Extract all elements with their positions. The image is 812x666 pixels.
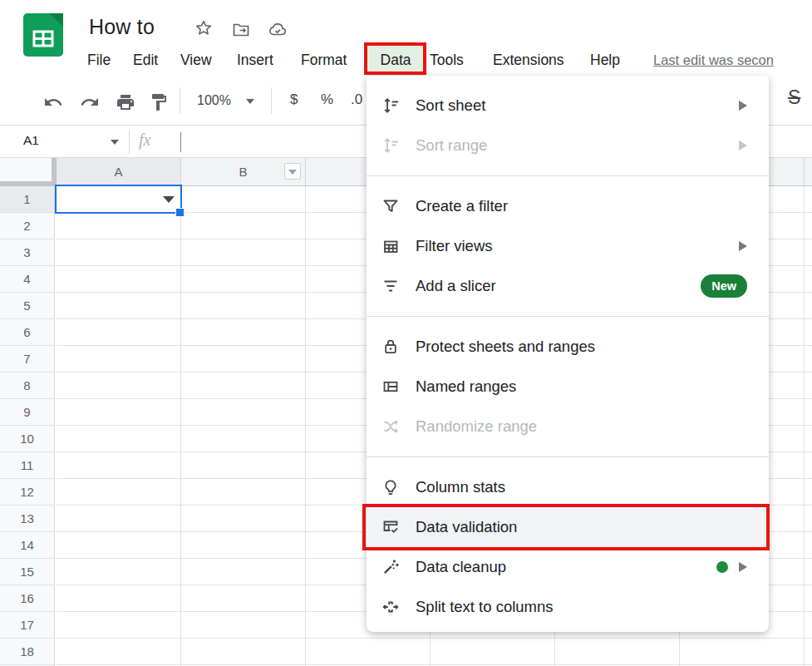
menu-item-label: Named ranges (416, 377, 516, 396)
row-header-5[interactable]: 5 (0, 293, 54, 319)
print-icon[interactable] (116, 92, 135, 112)
row-header-1[interactable]: 1 (0, 186, 54, 213)
menu-item-label: Split text to columns (416, 598, 554, 616)
toolbar-divider (180, 87, 180, 114)
format-currency-button[interactable]: $ (290, 91, 298, 108)
menu-item-add-a-slicer[interactable]: Add a slicerNew (367, 266, 769, 306)
menu-item-column-stats[interactable]: Column stats (367, 467, 769, 507)
document-title[interactable]: How to (89, 15, 155, 39)
menu-item-data-validation[interactable]: Data validation (367, 507, 769, 547)
menu-item-named-ranges[interactable]: Named ranges (367, 367, 769, 407)
name-box-caret-icon[interactable] (111, 140, 119, 145)
decrease-decimal-button[interactable]: .0 (351, 91, 362, 108)
row-header-16[interactable]: 16 (0, 585, 54, 612)
sort-icon (381, 96, 401, 116)
paint-format-icon[interactable] (149, 92, 169, 112)
menubar-item-format[interactable]: Format (301, 44, 347, 76)
menubar-item-view[interactable]: View (180, 44, 212, 76)
menu-item-label: Create a filter (416, 197, 508, 215)
fill-handle[interactable] (175, 208, 185, 217)
menu-item-label: Sort sheet (416, 96, 485, 115)
menubar-item-insert[interactable]: Insert (237, 44, 273, 76)
split-columns-icon (381, 597, 401, 617)
row-header-4[interactable]: 4 (0, 266, 54, 293)
menubar-item-help[interactable]: Help (590, 44, 620, 76)
menu-item-filter-views[interactable]: Filter views (367, 226, 769, 266)
column-header-a[interactable]: A (57, 158, 181, 185)
formula-bar-divider (129, 130, 130, 154)
google-sheets-window: How to FileEditViewInsertFormatDataTools… (0, 0, 812, 666)
green-status-dot (716, 561, 728, 573)
slicer-icon (381, 276, 401, 296)
row-header-13[interactable]: 13 (0, 506, 54, 532)
data-menu-dropdown: Sort sheetSort rangeCreate a filterFilte… (367, 76, 769, 632)
row-header-10[interactable]: 10 (0, 426, 54, 452)
menu-item-label: Column stats (416, 478, 505, 496)
name-box[interactable]: A1 (23, 133, 39, 148)
formula-input-cursor[interactable] (180, 132, 181, 152)
row-header-2[interactable]: 2 (0, 213, 54, 239)
menubar-item-data[interactable]: Data (366, 44, 426, 76)
strikethrough-button[interactable]: S (788, 86, 800, 109)
format-percent-button[interactable]: % (321, 91, 333, 108)
menu-item-create-a-filter[interactable]: Create a filter (367, 186, 769, 226)
named-ranges-icon (381, 377, 401, 397)
row-headers: 123456789101112131415161718 (0, 186, 55, 666)
row-header-15[interactable]: 15 (0, 559, 54, 585)
menu-item-split-text-to-columns[interactable]: Split text to columns (367, 587, 769, 627)
submenu-arrow-icon (739, 101, 747, 111)
submenu-arrow-icon (739, 562, 747, 572)
menu-item-sort-range[interactable]: Sort range (367, 126, 769, 165)
filter-icon (381, 196, 401, 216)
row-header-7[interactable]: 7 (0, 346, 54, 372)
menu-item-label: Randomize range (416, 417, 537, 436)
last-edit-link[interactable]: Last edit was secon (653, 44, 774, 76)
menu-item-label: Filter views (416, 237, 493, 255)
lock-icon (381, 337, 401, 357)
menubar-item-extensions[interactable]: Extensions (493, 44, 564, 76)
freeze-column-handle[interactable] (52, 158, 57, 185)
menubar: FileEditViewInsertFormatDataToolsExtensi… (0, 44, 812, 76)
menubar-item-file[interactable]: File (87, 44, 111, 76)
row-header-6[interactable]: 6 (0, 319, 54, 346)
menu-item-label: Data cleanup (416, 558, 506, 576)
menu-item-sort-sheet[interactable]: Sort sheet (367, 86, 769, 126)
magic-wand-icon (381, 557, 401, 577)
toolbar-divider (271, 87, 272, 114)
redo-icon[interactable] (80, 92, 100, 112)
menu-item-label: Add a slicer (416, 277, 496, 295)
star-icon[interactable] (194, 18, 214, 38)
column-header-g[interactable] (805, 158, 812, 185)
row-header-3[interactable]: 3 (0, 239, 54, 266)
row-header-8[interactable]: 8 (0, 372, 54, 399)
menu-item-label: Data validation (416, 518, 517, 536)
cell-dropdown-icon[interactable] (163, 196, 175, 203)
cloud-check-icon[interactable] (268, 20, 288, 40)
shuffle-icon (381, 417, 401, 437)
row-header-14[interactable]: 14 (0, 532, 54, 559)
submenu-arrow-icon (739, 241, 747, 251)
menu-item-label: Sort range (416, 136, 487, 155)
data-validation-icon (381, 517, 401, 537)
lightbulb-icon (381, 477, 401, 497)
filter-views-icon (381, 236, 401, 256)
menubar-item-tools[interactable]: Tools (430, 44, 464, 76)
fx-label: fx (139, 131, 150, 150)
zoom-caret-icon[interactable] (246, 99, 254, 104)
zoom-level[interactable]: 100% (197, 93, 231, 108)
move-folder-icon[interactable] (231, 20, 251, 40)
row-header-17[interactable]: 17 (0, 612, 54, 639)
undo-icon[interactable] (43, 92, 63, 112)
menu-item-label: Protect sheets and ranges (416, 338, 595, 356)
row-header-9[interactable]: 9 (0, 399, 54, 426)
row-header-18[interactable]: 18 (0, 639, 54, 665)
menu-item-data-cleanup[interactable]: Data cleanup (367, 547, 769, 587)
menu-item-protect-sheets-and-ranges[interactable]: Protect sheets and ranges (367, 327, 769, 367)
sort-icon (381, 136, 401, 155)
row-header-12[interactable]: 12 (0, 479, 54, 506)
submenu-arrow-icon (739, 141, 747, 150)
menu-item-randomize-range[interactable]: Randomize range (367, 407, 769, 446)
row-header-11[interactable]: 11 (0, 452, 54, 479)
column-b-dropdown-button[interactable] (284, 163, 301, 180)
menubar-item-edit[interactable]: Edit (133, 44, 158, 76)
